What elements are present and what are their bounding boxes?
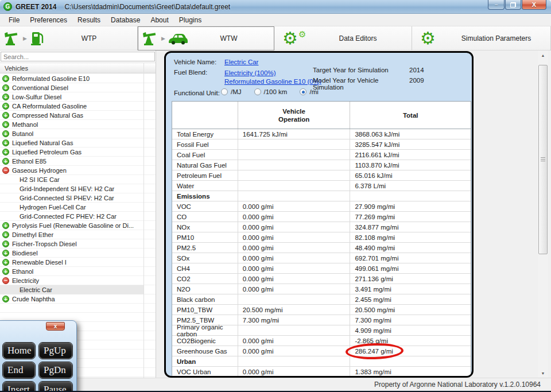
vehicle-operation-value: 0.000 g/mi	[238, 346, 351, 356]
sidebar-item[interactable]: Crude Naphtha	[0, 294, 143, 304]
fuel-blend-link[interactable]: Electricity (100%)	[224, 69, 321, 77]
sidebar-item[interactable]: Hydrogen Fuel-Cell Car	[0, 203, 143, 212]
menu-item[interactable]: Database	[106, 14, 145, 26]
expand-toggle-icon[interactable]	[2, 139, 9, 146]
table-row: CO2Biogenic 0.000 g/mi -2.865 g/mi	[172, 336, 471, 346]
data-editors-button[interactable]: ⚙ ⚙ Data Editors	[274, 26, 412, 51]
expand-toggle-icon[interactable]	[2, 222, 9, 229]
expand-toggle-icon[interactable]	[2, 296, 9, 302]
sidebar-item[interactable]: Pyrolysis Fuel (Renewable Gasoline or Di…	[0, 221, 143, 230]
sidebar-item[interactable]: Dimethyl Ether	[0, 230, 143, 239]
row-label: N2O	[172, 284, 238, 294]
functional-unit-option[interactable]: /100 km	[254, 88, 288, 95]
status-bar: Property of Argonne National Laboratory …	[0, 378, 551, 391]
keyboard-key[interactable]: PgDn	[39, 362, 72, 378]
expand-toggle-icon[interactable]	[2, 149, 9, 156]
vehicles-column-header[interactable]: Vehicles	[0, 63, 156, 73]
vehicle-operation-value	[238, 294, 351, 304]
minimize-button[interactable]: –	[488, 0, 505, 10]
expand-toggle-icon[interactable]	[2, 240, 9, 247]
expand-toggle-icon[interactable]	[2, 121, 9, 128]
vehicle-operation-value: 0.000 g/mi	[238, 253, 351, 263]
fuel-blend-link[interactable]: Reformulated Gasoline E10 (0%)	[224, 77, 321, 86]
wtw-button[interactable]: ▶ WTW	[138, 26, 274, 51]
expand-toggle-icon[interactable]	[2, 112, 9, 119]
expand-toggle-icon[interactable]	[2, 277, 9, 284]
sidebar-item[interactable]: Butanol	[0, 129, 143, 138]
menu-item[interactable]: Results	[72, 14, 106, 26]
sidebar-item[interactable]: Low-Sulfur Diesel	[0, 92, 143, 102]
sidebar-item[interactable]: Renewable Diesel I	[0, 258, 143, 267]
expand-toggle-icon[interactable]	[2, 250, 9, 257]
restore-button[interactable]	[505, 0, 521, 10]
sidebar-item[interactable]: Biodiesel	[0, 249, 143, 258]
keyboard-key[interactable]: Insert	[3, 382, 35, 392]
expand-toggle-icon[interactable]	[2, 75, 9, 82]
title-bar[interactable]: G GREET 2014C:\Users\tdadmin\Documents\G…	[0, 0, 551, 14]
scroll-down-button[interactable]: ▼	[538, 368, 548, 378]
expand-toggle-icon[interactable]	[2, 130, 9, 137]
scroll-up-button[interactable]: ▲	[538, 51, 548, 60]
keyboard-key[interactable]: PgUp	[39, 343, 72, 359]
sidebar-item[interactable]: Grid-Connected SI PHEV: H2 Car	[0, 193, 143, 203]
sidebar-item[interactable]: Ethanol	[0, 267, 143, 276]
expand-toggle-icon[interactable]	[2, 84, 9, 91]
arrow-icon: ▶	[161, 36, 165, 41]
expand-toggle-icon[interactable]	[2, 268, 9, 275]
wtp-button[interactable]: ▶ WTP	[0, 26, 138, 51]
sidebar-item[interactable]: Ethanol E85	[0, 157, 143, 166]
expand-toggle-icon[interactable]	[2, 259, 9, 266]
keyboard-key[interactable]: Pause	[39, 382, 72, 392]
sidebar-item[interactable]: Liquefied Natural Gas	[0, 138, 143, 148]
expand-toggle-icon[interactable]	[2, 158, 9, 165]
sidebar-item-label: Electricity	[12, 277, 39, 284]
sidebar-item-label: Methanol	[12, 121, 38, 128]
row-label: Natural Gas Fuel	[172, 160, 238, 170]
sidebar-item[interactable]: Electricity	[0, 276, 143, 285]
sidebar-item-label: Dimethyl Ether	[12, 231, 53, 238]
app-logo-icon: G	[3, 2, 12, 11]
close-button[interactable]: X	[522, 0, 546, 10]
menu-item[interactable]: Plugins	[174, 14, 207, 26]
sidebar-item[interactable]: H2 SI ICE Car	[0, 175, 143, 184]
sidebar-item[interactable]: Fischer-Tropsch Diesel	[0, 239, 143, 249]
row-label: VOC	[172, 201, 238, 211]
sidebar-item[interactable]: Electric Car	[0, 285, 143, 294]
sidebar-item[interactable]: Conventional Diesel	[0, 83, 143, 92]
keyboard-key[interactable]: End	[3, 362, 35, 378]
sidebar-item[interactable]: Compressed Natural Gas	[0, 111, 143, 120]
keyboard-close-button[interactable]: x	[46, 322, 65, 331]
sidebar-item[interactable]: Liquefied Petroleum Gas	[0, 148, 143, 157]
header-total: Total	[350, 102, 471, 129]
table-row: VOC 0.000 g/mi 27.909 mg/mi	[172, 201, 471, 212]
functional-unit-option[interactable]: /mi	[300, 88, 318, 95]
functional-unit-options: /MJ /100 km /mi	[221, 88, 328, 95]
toolbar-label: WTW	[188, 34, 269, 42]
vehicle-operation-value	[238, 139, 351, 149]
functional-unit-option[interactable]: /MJ	[221, 88, 242, 95]
sidebar-item[interactable]: Gaseous Hydrogen	[0, 166, 143, 175]
menu-item[interactable]: Preferences	[25, 14, 72, 26]
menu-item[interactable]: File	[3, 14, 25, 26]
onscreen-keyboard[interactable]: x HomePgUpEndPgDnInsertPause	[0, 320, 77, 392]
sidebar-item[interactable]: CA Reformulated Gasoline	[0, 102, 143, 111]
scrollbar-track[interactable]	[538, 60, 548, 368]
expand-toggle-icon[interactable]	[2, 94, 9, 100]
expand-toggle-icon[interactable]	[2, 103, 9, 110]
menu-item[interactable]: About	[145, 14, 173, 26]
sidebar-item-label: Compressed Natural Gas	[12, 112, 83, 119]
sidebar-item[interactable]: Reformulated Gasoline E10	[0, 74, 143, 83]
search-input[interactable]	[1, 52, 155, 61]
expand-toggle-icon[interactable]	[2, 231, 9, 238]
vehicle-operation-value	[238, 356, 351, 366]
simulation-parameters-button[interactable]: ⚙ Simulation Parameters	[412, 26, 551, 51]
sidebar-item[interactable]: Grid-Connected FC PHEV: H2 Car	[0, 212, 143, 221]
vehicle-name-link[interactable]: Electric Car	[224, 59, 258, 65]
sidebar-item[interactable]: Grid-Independent SI HEV: H2 Car	[0, 184, 143, 193]
scrollbar-thumb[interactable]	[538, 65, 548, 254]
keyboard-key[interactable]: Home	[3, 343, 35, 359]
expand-toggle-icon[interactable]	[2, 167, 9, 174]
sidebar-item[interactable]: Methanol	[0, 120, 143, 129]
vertical-scrollbar[interactable]: ▲ ▼	[538, 51, 548, 378]
vehicle-operation-value: 0.000 g/mi	[238, 263, 351, 273]
